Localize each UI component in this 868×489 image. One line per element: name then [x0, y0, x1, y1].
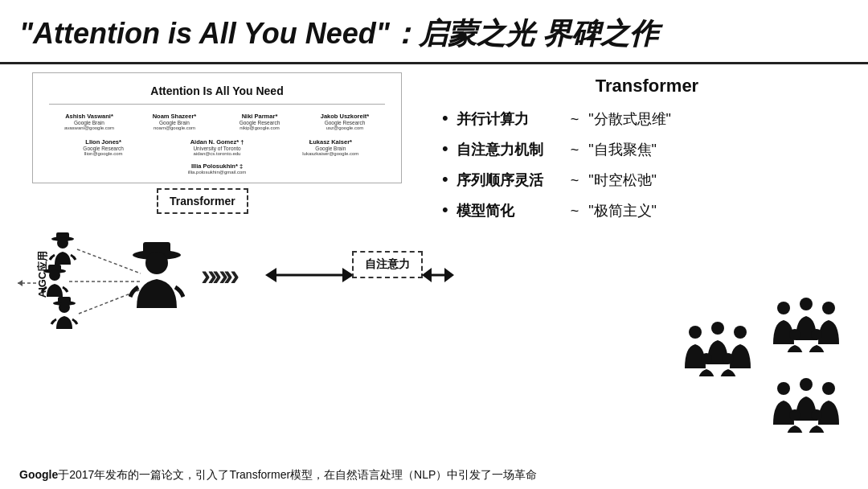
svg-marker-10	[18, 280, 23, 286]
svg-point-37	[811, 409, 822, 421]
svg-point-31	[701, 353, 712, 364]
footer-bold: Google	[19, 468, 58, 481]
svg-point-24	[800, 298, 813, 310]
double-arrow-svg	[265, 263, 354, 287]
bullet-item-0: • 并行计算力 ~ "分散式思维"	[442, 109, 852, 129]
bottom-diagram: AIGC应用 Transformer	[16, 187, 450, 347]
group-middle-right	[683, 320, 755, 380]
bullet-dot-0: •	[442, 109, 448, 127]
self-attention-box: 自注意力	[352, 251, 423, 278]
svg-point-28	[689, 326, 702, 339]
group-people-area	[627, 296, 868, 441]
svg-marker-17	[265, 268, 276, 282]
svg-point-32	[723, 353, 734, 364]
bullet-tilde-3: ~	[571, 203, 579, 220]
author-parmar: Niki Parmar* Google Research nikip@googl…	[219, 113, 300, 130]
bullet-tilde-2: ~	[571, 172, 579, 189]
svg-marker-20	[422, 268, 432, 282]
bullet-term-0: 并行计算力	[457, 109, 561, 129]
author-polosukhin: Illia Polosukhin* ‡ illia.polosukhin@gma…	[188, 162, 246, 175]
svg-point-36	[789, 409, 800, 421]
header: "Attention is All You Need"：启蒙之光 界碑之作	[0, 0, 868, 64]
svg-point-23	[777, 302, 790, 314]
bullet-dot-2: •	[442, 171, 448, 188]
right-double-arrow-svg	[422, 263, 454, 287]
svg-point-33	[777, 382, 790, 395]
transformer-box-diagram: Transformer	[157, 188, 248, 214]
authors-row3: Illia Polosukhin* ‡ illia.polosukhin@gma…	[49, 162, 385, 175]
bullet-item-1: • 自注意力机制 ~ "自我聚焦"	[442, 140, 852, 159]
svg-point-8	[59, 302, 70, 313]
group-bottom-right	[772, 376, 844, 436]
person-middle-left	[40, 263, 69, 298]
center-big-person	[129, 239, 185, 308]
paper-title: Attention Is All You Need	[49, 84, 385, 105]
author-gomez: Aidan N. Gomez* † University of Toronto …	[162, 138, 271, 156]
authors-row1: Ashish Vaswani* Google Brain avaswani@go…	[49, 113, 385, 130]
bullet-dot-1: •	[442, 140, 448, 158]
svg-point-25	[822, 302, 835, 314]
person-bottom-left	[50, 295, 79, 331]
bullet-item-2: • 序列顺序灵活 ~ "时空松弛"	[442, 171, 852, 190]
svg-point-16	[145, 252, 168, 274]
svg-point-34	[800, 378, 813, 391]
footer: Google于2017年发布的一篇论文，引入了Transformer模型，在自然…	[0, 462, 868, 489]
bullet-desc-2: "时空松弛"	[588, 171, 657, 190]
svg-point-26	[789, 329, 800, 340]
svg-marker-21	[444, 268, 454, 282]
svg-point-30	[734, 326, 747, 339]
svg-point-2	[57, 237, 68, 249]
bullet-desc-0: "分散式思维"	[588, 109, 671, 129]
right-title: Transformer	[442, 76, 852, 97]
bullet-tilde-0: ~	[571, 111, 579, 128]
bullet-list: • 并行计算力 ~ "分散式思维" • 自注意力机制 ~ "自我聚焦" • 序列…	[442, 109, 852, 220]
main-content: Attention Is All You Need Ashish Vaswani…	[0, 64, 868, 463]
footer-text: 于2017年发布的一篇论文，引入了Transformer模型，在自然语言处理（N…	[58, 468, 537, 481]
author-shazeer: Noam Shazeer* Google Brain noam@google.c…	[134, 113, 215, 130]
bullet-term-1: 自注意力机制	[457, 140, 561, 159]
bullet-term-2: 序列顺序灵活	[457, 171, 561, 190]
svg-point-27	[811, 329, 822, 340]
svg-point-5	[49, 269, 60, 281]
triple-chevron: »»»	[201, 259, 235, 293]
bullet-term-3: 模型简化	[457, 201, 561, 220]
svg-point-35	[822, 382, 835, 395]
author-vaswani: Ashish Vaswani* Google Brain avaswani@go…	[49, 113, 129, 130]
author-jones: Llion Jones* Google Research llion@googl…	[49, 138, 158, 156]
bullet-item-3: • 模型简化 ~ "极简主义"	[442, 201, 852, 220]
author-uszkoreit: Jakob Uszkoreit* Google Research usz@goo…	[305, 113, 385, 130]
bullet-desc-3: "极简主义"	[588, 201, 657, 220]
left-panel: Attention Is All You Need Ashish Vaswani…	[0, 64, 434, 463]
person-top-left	[48, 231, 77, 266]
bullet-desc-1: "自我聚焦"	[588, 140, 657, 159]
authors-row2: Llion Jones* Google Research llion@googl…	[49, 138, 385, 156]
svg-point-29	[711, 322, 724, 335]
bullet-tilde-1: ~	[571, 142, 579, 158]
paper-card: Attention Is All You Need Ashish Vaswani…	[32, 72, 402, 183]
author-kaiser: Łukasz Kaiser* Google Brain lukaszkaiser…	[276, 138, 385, 156]
page-title: "Attention is All You Need"：启蒙之光 界碑之作	[19, 14, 849, 54]
group-top-right	[772, 296, 844, 355]
right-panel: Transformer • 并行计算力 ~ "分散式思维" • 自注意力机制 ~…	[434, 64, 868, 463]
